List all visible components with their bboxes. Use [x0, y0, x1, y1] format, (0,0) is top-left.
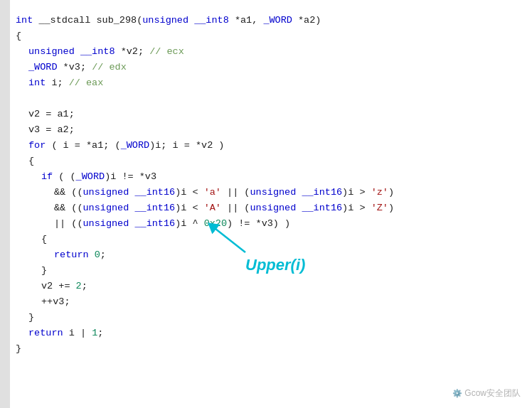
code-line-21: return i | 1; — [0, 326, 532, 341]
code-line-16: return 0; — [0, 247, 532, 263]
code-line-2: { — [0, 28, 532, 44]
code-line-3: unsigned __int8 *v2; // ecx — [0, 44, 532, 60]
code-line-12: && ((unsigned __int16)i < 'a' || (unsign… — [0, 185, 532, 200]
code-line-7: v2 = a1; — [0, 107, 532, 122]
code-line-9: for ( i = *a1; (_WORD)i; i = *v2 ) — [0, 138, 532, 154]
code-line-15: { — [0, 232, 532, 247]
code-lines: int __stdcall sub_298(unsigned __int8 *a… — [0, 7, 532, 357]
watermark-text: Gcow安全团队 — [464, 388, 521, 398]
code-line-6 — [0, 91, 532, 107]
watermark: ⚙️ Gcow安全团队 — [452, 387, 521, 399]
code-line-11: if ( (_WORD)i != *v3 — [0, 169, 532, 185]
code-line-4: _WORD *v3; // edx — [0, 60, 532, 75]
code-line-1: int __stdcall sub_298(unsigned __int8 *a… — [0, 13, 532, 28]
code-line-20: } — [0, 310, 532, 326]
code-container: int __stdcall sub_298(unsigned __int8 *a… — [0, 0, 532, 408]
code-line-19: ++v3; — [0, 294, 532, 310]
code-line-5: int i; // eax — [0, 75, 532, 91]
code-line-22: } — [0, 341, 532, 357]
code-line-14: || ((unsigned __int16)i ^ 0x20) != *v3) … — [0, 216, 532, 232]
code-line-13: && ((unsigned __int16)i < 'A' || (unsign… — [0, 200, 532, 216]
code-line-18: v2 += 2; — [0, 279, 532, 294]
code-line-10: { — [0, 154, 532, 169]
code-line-8: v3 = a2; — [0, 122, 532, 138]
gutter — [0, 0, 10, 408]
code-line-17: } — [0, 263, 532, 279]
